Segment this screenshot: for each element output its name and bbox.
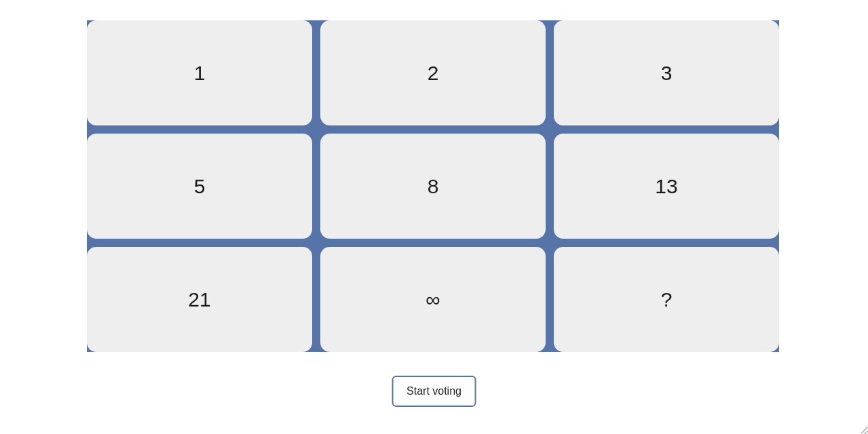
- vote-card-label: 5: [194, 175, 206, 198]
- vote-card-label: 3: [661, 62, 673, 85]
- voting-card-grid: 1 2 3 5 8 13 21 ∞ ?: [87, 20, 779, 352]
- vote-card-question[interactable]: ?: [554, 247, 779, 352]
- vote-card-label: ∞: [426, 288, 440, 311]
- vote-card-label: 8: [428, 175, 439, 198]
- vote-card-1[interactable]: 1: [87, 20, 312, 125]
- vote-card-infinity[interactable]: ∞: [320, 247, 546, 352]
- start-voting-button[interactable]: Start voting: [392, 376, 476, 407]
- vote-card-2[interactable]: 2: [320, 20, 546, 125]
- vote-card-13[interactable]: 13: [554, 134, 779, 239]
- vote-card-8[interactable]: 8: [320, 134, 546, 239]
- vote-card-label: 21: [188, 288, 210, 311]
- vote-card-label: ?: [661, 288, 673, 311]
- vote-card-21[interactable]: 21: [87, 247, 312, 352]
- vote-card-label: 2: [428, 62, 439, 85]
- resize-handle-icon: [857, 423, 868, 434]
- vote-card-label: 1: [194, 62, 206, 85]
- vote-card-5[interactable]: 5: [87, 134, 312, 239]
- vote-card-3[interactable]: 3: [554, 20, 779, 125]
- vote-card-label: 13: [655, 175, 677, 198]
